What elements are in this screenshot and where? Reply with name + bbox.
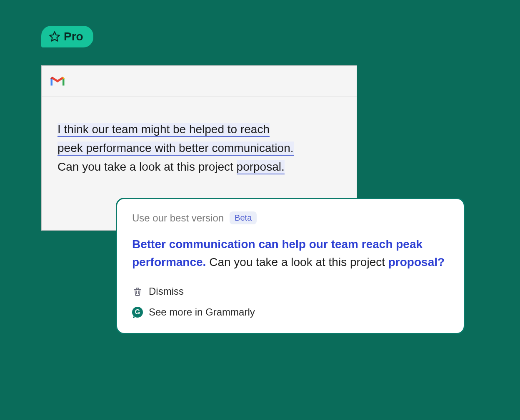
dismiss-button[interactable]: Dismiss — [132, 282, 449, 301]
grammarly-suggestion-card: Use our best version Beta Better communi… — [116, 198, 465, 334]
gmail-header — [42, 66, 357, 97]
see-more-label: See more in Grammarly — [149, 306, 255, 318]
see-more-button[interactable]: G See more in Grammarly — [132, 303, 449, 321]
grammarly-icon: G — [132, 307, 143, 318]
suggestion-bold-2: proposal? — [388, 256, 445, 268]
svg-marker-0 — [50, 32, 59, 41]
star-icon — [49, 31, 60, 42]
highlighted-text-3: porposal. — [237, 160, 285, 174]
card-header: Use our best version Beta — [132, 211, 449, 224]
suggestion-plain: Can you take a look at this project — [206, 256, 388, 268]
gmail-logo-icon — [49, 75, 66, 87]
suggestion-text[interactable]: Better communication can help our team r… — [132, 235, 449, 271]
plain-text: Can you take a look at this project — [58, 160, 237, 173]
pro-badge: Pro — [41, 26, 93, 47]
beta-badge: Beta — [230, 211, 257, 224]
highlighted-text-2: peek performance with better communicati… — [58, 142, 294, 156]
highlighted-text-1: I think our team might be helped to reac… — [58, 123, 270, 137]
email-body[interactable]: I think our team might be helped to reac… — [42, 97, 357, 192]
dismiss-label: Dismiss — [149, 286, 184, 297]
pro-badge-label: Pro — [64, 30, 83, 43]
card-title: Use our best version — [132, 212, 224, 224]
trash-icon — [132, 286, 143, 297]
